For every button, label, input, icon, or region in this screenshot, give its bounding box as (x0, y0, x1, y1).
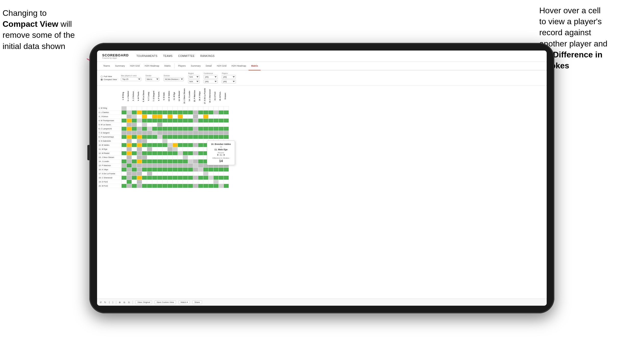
matrix-cell[interactable] (152, 159, 157, 163)
matrix-cell[interactable] (162, 118, 167, 122)
matrix-cell[interactable] (162, 171, 167, 176)
matrix-cell[interactable] (147, 151, 152, 155)
tab-h2h-grid[interactable]: H2H Grid (127, 62, 142, 70)
matrix-cell[interactable] (172, 110, 178, 114)
matrix-cell[interactable] (188, 184, 193, 188)
matrix-cell[interactable] (183, 110, 188, 114)
tab-h2h-heatmap-right[interactable]: H2H Heatmap (229, 62, 249, 70)
matrix-cell[interactable] (172, 176, 178, 180)
matrix-cell[interactable] (162, 167, 167, 171)
matrix-cell[interactable] (198, 159, 203, 163)
matrix-cell[interactable] (147, 143, 152, 147)
matrix-cell[interactable] (203, 176, 208, 180)
matrix-cell[interactable] (121, 135, 126, 139)
matrix-cell[interactable] (126, 114, 132, 118)
matrix-cell[interactable] (172, 143, 178, 147)
zoom-icon[interactable]: ⊕ (119, 301, 121, 304)
matrix-cell[interactable] (183, 163, 188, 167)
matrix-cell[interactable] (172, 155, 178, 159)
matrix-cell[interactable] (126, 180, 132, 184)
matrix-cell[interactable] (167, 118, 172, 122)
matrix-cell[interactable] (172, 184, 178, 188)
matrix-cell[interactable] (126, 110, 132, 114)
matrix-cell[interactable] (198, 155, 203, 159)
matrix-cell[interactable] (126, 118, 132, 122)
matrix-cell[interactable] (178, 139, 183, 143)
matrix-cell[interactable] (183, 139, 188, 143)
matrix-cell[interactable] (147, 110, 152, 114)
matrix-cell[interactable] (121, 127, 126, 131)
matrix-cell[interactable] (162, 110, 167, 114)
matrix-cell[interactable] (178, 151, 183, 155)
matrix-cell[interactable] (188, 167, 193, 171)
matrix-cell[interactable] (121, 139, 126, 143)
matrix-cell[interactable] (137, 106, 142, 110)
matrix-cell[interactable] (198, 110, 203, 114)
matrix-cell[interactable] (152, 180, 157, 184)
matrix-cell[interactable] (178, 114, 183, 118)
matrix-cell[interactable] (142, 127, 147, 131)
matrix-cell[interactable] (142, 155, 147, 159)
matrix-cell[interactable] (137, 155, 142, 159)
matrix-cell[interactable] (208, 135, 213, 139)
matrix-cell[interactable] (137, 139, 142, 143)
matrix-cell[interactable] (152, 131, 157, 135)
matrix-cell[interactable] (132, 180, 137, 184)
matrix-cell[interactable] (218, 114, 224, 118)
tab-players[interactable]: Players (175, 62, 188, 70)
matrix-cell[interactable] (213, 106, 218, 110)
matrix-cell[interactable] (203, 106, 208, 110)
matrix-cell[interactable] (162, 122, 167, 127)
matrix-cell[interactable] (132, 143, 137, 147)
matrix-cell[interactable] (198, 106, 203, 110)
matrix-cell[interactable] (224, 184, 229, 188)
matrix-cell[interactable] (183, 118, 188, 122)
matrix-cell[interactable] (178, 131, 183, 135)
matrix-cell[interactable] (152, 106, 157, 110)
tab-teams[interactable]: Teams (101, 62, 113, 70)
matrix-cell[interactable] (188, 114, 193, 118)
matrix-cell[interactable] (132, 159, 137, 163)
matrix-cell[interactable] (152, 176, 157, 180)
matrix-cell[interactable] (172, 171, 178, 176)
matrix-cell[interactable] (198, 184, 203, 188)
matrix-cell[interactable] (126, 127, 132, 131)
tab-matrix-active[interactable]: Matrix (249, 62, 261, 70)
matrix-cell[interactable] (193, 171, 198, 176)
matrix-cell[interactable] (172, 139, 178, 143)
matrix-cell[interactable] (142, 163, 147, 167)
view-original-btn[interactable]: View: Original (135, 300, 152, 304)
matrix-cell[interactable] (147, 147, 152, 151)
matrix-cell[interactable] (152, 139, 157, 143)
matrix-cell[interactable] (152, 143, 157, 147)
matrix-cell[interactable] (193, 167, 198, 171)
matrix-cell[interactable] (152, 163, 157, 167)
matrix-cell[interactable] (218, 127, 224, 131)
matrix-cell[interactable] (172, 159, 178, 163)
nav-committee[interactable]: COMMITTEE (178, 54, 195, 58)
matrix-cell[interactable] (157, 180, 162, 184)
matrix-cell[interactable] (172, 135, 178, 139)
matrix-cell[interactable] (178, 163, 183, 167)
matrix-cell[interactable] (224, 118, 229, 122)
matrix-cell[interactable] (162, 131, 167, 135)
tab-h2h-heatmap[interactable]: H2H Heatmap (142, 62, 162, 70)
compact-view-radio-circle[interactable] (101, 79, 103, 81)
matrix-cell[interactable] (126, 151, 132, 155)
players-select-1[interactable]: (All) (222, 75, 236, 79)
matrix-cell[interactable] (178, 147, 183, 151)
matrix-cell[interactable] (178, 135, 183, 139)
matrix-cell[interactable] (213, 127, 218, 131)
matrix-cell[interactable] (198, 171, 203, 176)
matrix-cell[interactable] (157, 135, 162, 139)
matrix-cell[interactable] (203, 122, 208, 127)
matrix-cell[interactable] (183, 155, 188, 159)
max-players-select[interactable]: Top 25 (121, 77, 141, 81)
matrix-cell[interactable] (193, 110, 198, 114)
tab-detail[interactable]: Detail (203, 62, 214, 70)
matrix-cell[interactable] (157, 147, 162, 151)
matrix-cell[interactable] (178, 155, 183, 159)
matrix-cell[interactable] (172, 167, 178, 171)
matrix-cell[interactable] (121, 110, 126, 114)
matrix-cell[interactable] (213, 171, 218, 176)
